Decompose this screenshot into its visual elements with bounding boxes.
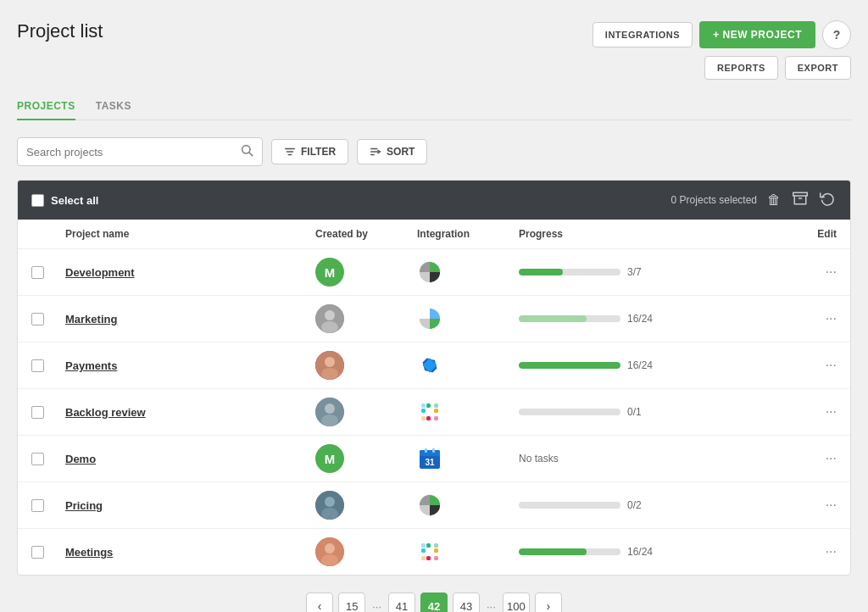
project-name-link[interactable]: Pricing xyxy=(65,499,103,512)
edit-menu-button[interactable]: ··· xyxy=(769,404,837,420)
integration-icon xyxy=(417,306,442,331)
table-header-row: Select all 0 Projects selected 🗑 xyxy=(18,181,850,220)
edit-menu-button[interactable]: ··· xyxy=(769,264,837,280)
svg-point-16 xyxy=(325,357,335,367)
project-name-link[interactable]: Development xyxy=(65,266,135,279)
search-input[interactable] xyxy=(26,146,236,159)
pagination-page-41[interactable]: 41 xyxy=(388,593,415,612)
table-row: Pricing 0/2 · xyxy=(18,482,850,529)
select-all-label: Select all xyxy=(51,194,98,207)
svg-rect-35 xyxy=(425,448,427,453)
project-name-link[interactable]: Backlog review xyxy=(65,406,146,419)
svg-rect-45 xyxy=(426,543,431,548)
edit-menu-button[interactable]: ··· xyxy=(769,498,837,513)
svg-rect-46 xyxy=(434,548,438,553)
progress-cell: 16/24 xyxy=(519,359,769,371)
row-checkbox[interactable] xyxy=(31,266,44,279)
top-actions: INTEGRATIONS + NEW PROJECT ? REPORTS EXP… xyxy=(593,20,851,80)
select-all-checkbox[interactable] xyxy=(31,194,44,207)
tabs: PROJECTS TASKS xyxy=(17,93,851,120)
edit-menu-button[interactable]: ··· xyxy=(769,544,837,559)
svg-point-43 xyxy=(321,554,338,566)
archive-button[interactable] xyxy=(791,189,810,211)
row-checkbox[interactable] xyxy=(31,499,44,512)
integration-icon xyxy=(417,259,442,285)
filter-button[interactable]: FILTER xyxy=(271,139,348,164)
project-name-link[interactable]: Marketing xyxy=(65,313,117,325)
sort-label: SORT xyxy=(387,146,415,158)
edit-menu-button[interactable]: ··· xyxy=(769,451,837,466)
search-box xyxy=(17,137,263,166)
integrations-button[interactable]: INTEGRATIONS xyxy=(593,22,693,47)
avatar xyxy=(315,537,344,566)
table-row: Payments 16/24 ··· xyxy=(18,342,850,389)
integration-icon xyxy=(417,399,442,425)
search-icon xyxy=(240,143,253,160)
svg-rect-27 xyxy=(421,403,426,408)
progress-cell: No tasks xyxy=(519,453,769,465)
new-project-button[interactable]: + NEW PROJECT xyxy=(699,21,815,48)
svg-rect-28 xyxy=(434,403,438,408)
pagination-page-42[interactable]: 42 xyxy=(420,593,448,612)
svg-point-21 xyxy=(325,403,335,414)
row-checkbox[interactable] xyxy=(31,313,44,325)
pagination-dots-2: ··· xyxy=(485,600,498,613)
reports-button[interactable]: REPORTS xyxy=(704,56,778,80)
toolbar: FILTER SORT xyxy=(17,137,851,166)
row-checkbox[interactable] xyxy=(31,546,44,559)
svg-point-38 xyxy=(325,497,335,507)
table-row: Development M 3/7 ··· xyxy=(18,249,850,296)
row-checkbox[interactable] xyxy=(31,359,44,372)
row-checkbox[interactable] xyxy=(31,406,44,419)
svg-rect-8 xyxy=(793,192,808,196)
pagination-page-100[interactable]: 100 xyxy=(503,593,530,612)
col-project-name: Project name xyxy=(65,228,315,240)
col-created-by: Created by xyxy=(315,228,417,240)
row-checkbox[interactable] xyxy=(31,453,44,465)
project-name-link[interactable]: Payments xyxy=(65,359,117,372)
pagination: ‹ 15 ··· 41 42 43 ··· 100 › xyxy=(17,593,851,612)
col-edit: Edit xyxy=(769,228,837,240)
svg-rect-48 xyxy=(421,543,426,548)
svg-rect-44 xyxy=(421,548,426,553)
pagination-page-15[interactable]: 15 xyxy=(338,593,365,612)
project-name-link[interactable]: Meetings xyxy=(65,546,113,559)
integration-icon: 31 xyxy=(417,446,442,471)
tab-tasks[interactable]: TASKS xyxy=(96,93,131,120)
pagination-prev[interactable]: ‹ xyxy=(306,593,333,612)
edit-menu-button[interactable]: ··· xyxy=(769,311,837,326)
export-button[interactable]: EXPORT xyxy=(785,56,851,80)
table-row: Demo M 31 No tasks ··· xyxy=(18,436,850,482)
delete-button[interactable]: 🗑 xyxy=(765,191,782,209)
svg-rect-29 xyxy=(421,416,426,420)
svg-rect-33 xyxy=(420,453,440,456)
svg-point-42 xyxy=(325,543,335,554)
svg-point-22 xyxy=(321,414,338,426)
projects-selected-count: 0 Projects selected xyxy=(671,194,757,206)
svg-rect-19 xyxy=(423,359,437,373)
pagination-next[interactable]: › xyxy=(535,593,562,612)
help-button[interactable]: ? xyxy=(822,20,851,49)
sort-button[interactable]: SORT xyxy=(357,139,427,164)
progress-cell: 16/24 xyxy=(519,313,769,325)
svg-rect-51 xyxy=(434,556,438,560)
svg-rect-36 xyxy=(432,448,435,453)
tab-projects[interactable]: PROJECTS xyxy=(17,93,75,120)
svg-rect-30 xyxy=(434,416,438,420)
restore-button[interactable] xyxy=(818,189,837,211)
pagination-page-43[interactable]: 43 xyxy=(453,593,480,612)
avatar xyxy=(315,351,344,380)
integration-icon xyxy=(417,353,442,378)
svg-rect-49 xyxy=(434,543,438,548)
col-integration: Integration xyxy=(417,228,519,240)
avatar xyxy=(315,304,344,333)
table-row: Meetings xyxy=(18,529,850,575)
svg-text:31: 31 xyxy=(425,458,435,467)
project-name-link[interactable]: Demo xyxy=(65,453,96,465)
table-row: Marketing 16/24 xyxy=(18,296,850,342)
filter-label: FILTER xyxy=(301,146,336,158)
svg-point-39 xyxy=(321,508,338,520)
edit-menu-button[interactable]: ··· xyxy=(769,358,837,373)
integration-icon xyxy=(417,492,442,518)
table-row: Backlog review xyxy=(18,389,850,436)
